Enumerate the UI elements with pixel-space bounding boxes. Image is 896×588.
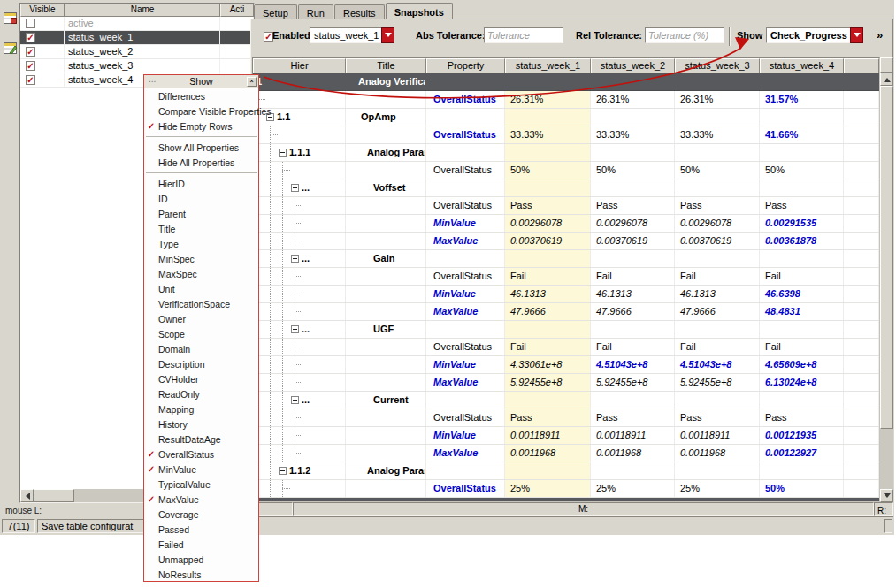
menu-item-mapping[interactable]: Mapping: [144, 401, 258, 416]
menu-item-hide-empty-rows[interactable]: ✓Hide Empty Rows: [144, 118, 258, 134]
menu-item-typicalvalue[interactable]: TypicalValue: [144, 477, 258, 492]
menu-item-scope[interactable]: Scope: [144, 326, 258, 341]
scroll-left-icon[interactable]: [20, 489, 34, 502]
menu-item-parent[interactable]: Parent: [144, 206, 258, 221]
expander-icon[interactable]: [279, 467, 287, 475]
menu-item-id[interactable]: ID: [144, 191, 258, 206]
scroll-down-icon[interactable]: [880, 489, 893, 502]
menu-item-description[interactable]: Description: [144, 356, 258, 371]
column-header-status-week-4[interactable]: status_week_4: [760, 58, 844, 73]
property-row[interactable]: MinValue46.131346.131346.131346.6398: [253, 286, 879, 303]
property-row[interactable]: MinValue0.002960780.002960780.002960780.…: [253, 215, 879, 233]
menu-item-hierid[interactable]: HierID: [144, 176, 258, 191]
tree-row[interactable]: 1.1OpAmp: [253, 109, 879, 126]
menu-item-failed[interactable]: Failed: [144, 537, 258, 552]
property-row[interactable]: OverallStatusPassPassPassPass: [253, 409, 879, 427]
menu-item-compare-visible-properties[interactable]: Compare Visible Properties: [144, 103, 258, 118]
column-header-name[interactable]: Name: [65, 4, 220, 17]
column-header-visible[interactable]: Visible: [20, 4, 65, 17]
tab-snapshots[interactable]: Snapshots: [386, 3, 453, 19]
menu-item-minspec[interactable]: MinSpec: [144, 251, 258, 266]
tab-results[interactable]: Results: [334, 4, 385, 19]
menu-item-coverage[interactable]: Coverage: [144, 507, 258, 522]
property-row[interactable]: MaxValue5.92455e+85.92455e+85.92455e+86.…: [253, 374, 879, 392]
view-combo-dropdown-icon[interactable]: [850, 27, 863, 43]
property-row[interactable]: OverallStatusFailFailFailFail: [253, 268, 879, 286]
snapshot-row-status-week-2[interactable]: ✓status_week_2: [20, 45, 254, 59]
menu-item-readonly[interactable]: ReadOnly: [144, 386, 258, 401]
column-header-status-week-1[interactable]: status_week_1: [505, 58, 591, 73]
tab-setup[interactable]: Setup: [254, 4, 297, 19]
tab-run[interactable]: Run: [298, 4, 333, 19]
menu-item-minvalue[interactable]: ✓MinValue: [144, 462, 258, 477]
expander-icon[interactable]: [291, 396, 299, 404]
snapshot-row-active[interactable]: active: [20, 17, 254, 31]
menu-item-cvholder[interactable]: CVHolder: [144, 371, 258, 386]
menu-item-passed[interactable]: Passed: [144, 522, 258, 537]
menu-item-unit[interactable]: Unit: [144, 281, 258, 296]
tree-row[interactable]: ...Voffset: [253, 179, 879, 197]
column-header-title[interactable]: Title: [346, 58, 426, 73]
visible-checkbox[interactable]: ✓: [26, 33, 35, 42]
snapshot-combo[interactable]: status_week_1: [310, 27, 382, 43]
menu-item-type[interactable]: Type: [144, 236, 258, 251]
vscroll-track[interactable]: [880, 429, 893, 489]
resize-grip[interactable]: [884, 519, 892, 533]
menu-item-maxspec[interactable]: MaxSpec: [144, 266, 258, 281]
column-header-hier[interactable]: Hier: [253, 58, 346, 73]
menu-item-overallstatus[interactable]: ✓OverallStatus: [144, 447, 258, 462]
menu-item-show-all-properties[interactable]: Show All Properties: [144, 140, 258, 155]
snapshot-combo-dropdown-icon[interactable]: [381, 27, 394, 43]
snapshot-table-icon[interactable]: [2, 9, 19, 27]
visible-checkbox[interactable]: ✓: [26, 75, 35, 85]
menu-item-owner[interactable]: Owner: [144, 311, 258, 326]
section-row[interactable]: 1Analog Verifica...: [253, 73, 879, 91]
expander-icon[interactable]: [279, 149, 287, 157]
close-icon[interactable]: ×: [247, 77, 257, 87]
property-row[interactable]: OverallStatusPassPassPassPass: [253, 197, 879, 215]
property-row[interactable]: OverallStatus33.33%33.33%33.33%41.66%: [253, 126, 879, 144]
menu-item-unmapped[interactable]: Unmapped: [144, 552, 258, 567]
tree-row[interactable]: ...Gain: [253, 250, 879, 268]
expander-icon[interactable]: [291, 184, 299, 192]
view-combo[interactable]: Check_Progress: [766, 27, 851, 43]
snapshot-row-status-week-1[interactable]: ✓status_week_1: [20, 31, 254, 45]
column-header-property[interactable]: Property: [426, 58, 505, 73]
menu-item-hide-all-properties[interactable]: Hide All Properties: [144, 155, 258, 170]
snapshot-row-status-week-3[interactable]: ✓status_week_3: [20, 59, 254, 73]
visible-checkbox[interactable]: [26, 19, 35, 28]
property-row[interactable]: MaxValue47.966647.966647.966648.4831: [253, 303, 879, 321]
property-row[interactable]: MinValue4.33061e+84.51043e+84.51043e+84.…: [253, 356, 879, 374]
property-row[interactable]: OverallStatus25%25%25%50%: [253, 480, 879, 498]
tree-row[interactable]: ...Current: [253, 392, 879, 409]
hscroll-thumb[interactable]: [34, 489, 74, 502]
expander-icon[interactable]: [291, 255, 299, 263]
menu-item-resultdataage[interactable]: ResultDataAge: [144, 431, 258, 447]
menu-item-differences[interactable]: Differences: [144, 88, 258, 103]
property-row[interactable]: OverallStatus26.31%26.31%26.31%31.57%: [253, 91, 879, 109]
visible-checkbox[interactable]: ✓: [26, 61, 35, 71]
tree-row[interactable]: 1.1.2Analog Parame...: [253, 462, 879, 480]
property-row[interactable]: MaxValue0.00119680.00119680.00119680.001…: [253, 445, 879, 462]
grid-vscrollbar[interactable]: [880, 57, 893, 502]
property-row[interactable]: MaxValue0.003706190.003706190.003706190.…: [253, 233, 879, 250]
vscroll-thumb[interactable]: [880, 86, 893, 429]
menu-item-verificationspace[interactable]: VerificationSpace: [144, 296, 258, 311]
menu-item-title[interactable]: Title: [144, 221, 258, 236]
abs-tolerance-input[interactable]: [484, 27, 563, 43]
menu-item-domain[interactable]: Domain: [144, 341, 258, 356]
column-header-status-week-3[interactable]: status_week_3: [675, 58, 760, 73]
expander-icon[interactable]: [291, 325, 299, 333]
tree-row[interactable]: ...UGF: [253, 321, 879, 339]
property-row[interactable]: OverallStatusFailFailFailFail: [253, 339, 879, 356]
menu-item-history[interactable]: History: [144, 416, 258, 431]
rel-tolerance-input[interactable]: [645, 27, 724, 43]
property-row[interactable]: OverallStatus50%50%50%50%: [253, 162, 879, 179]
show-button[interactable]: Show: [737, 30, 762, 41]
property-row[interactable]: MinValue0.001189110.001189110.001189110.…: [253, 427, 879, 445]
column-header-status-week-2[interactable]: status_week_2: [591, 58, 675, 73]
edit-table-icon[interactable]: [2, 39, 19, 57]
menu-item-noresults[interactable]: NoResults: [144, 567, 258, 582]
menu-item-maxvalue[interactable]: ✓MaxValue: [144, 492, 258, 507]
visible-checkbox[interactable]: ✓: [26, 47, 35, 57]
